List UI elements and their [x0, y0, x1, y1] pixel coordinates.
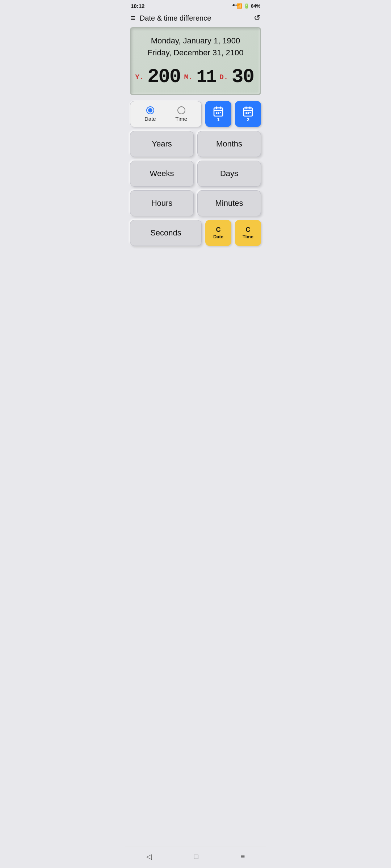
date2-display: Friday, December 31, 2100	[138, 47, 253, 59]
month-value: 11	[196, 68, 216, 86]
cal2-number: 2	[247, 117, 249, 122]
calendar1-icon	[212, 106, 225, 118]
menu-button[interactable]: ≡	[131, 13, 135, 23]
years-button[interactable]: Years	[130, 131, 194, 157]
status-right: ⁴ᴳ📶 🔋 84%	[232, 3, 260, 9]
svg-rect-17	[248, 113, 249, 114]
date-radio-circle[interactable]	[146, 106, 154, 114]
years-months-row: Years Months	[130, 131, 261, 157]
calendar2-button[interactable]: 2	[235, 101, 261, 127]
cal1-number: 1	[217, 117, 219, 122]
weeks-button[interactable]: Weeks	[130, 161, 194, 187]
time-radio[interactable]: Time	[175, 106, 187, 122]
status-bar: 10:12 ⁴ᴳ📶 🔋 84%	[125, 0, 266, 10]
clear-time-c: C	[246, 226, 251, 234]
months-button[interactable]: Months	[197, 131, 261, 157]
svg-rect-8	[218, 113, 219, 114]
year-label: Y.	[135, 73, 144, 81]
month-label: M.	[184, 73, 193, 81]
svg-rect-13	[245, 112, 247, 113]
year-value: 200	[147, 67, 180, 87]
mode-selector[interactable]: Date Time	[130, 101, 202, 127]
mode-row: Date Time 1	[130, 101, 261, 127]
day-value: 30	[232, 67, 254, 87]
time-radio-label: Time	[175, 116, 187, 122]
svg-rect-4	[216, 112, 217, 113]
display-dates: Monday, January 1, 1900 Friday, December…	[138, 35, 253, 59]
controls: Date Time 1	[125, 101, 266, 246]
days-button[interactable]: Days	[197, 161, 261, 187]
clear-date-c: C	[216, 226, 221, 234]
date-radio[interactable]: Date	[144, 106, 156, 122]
status-time: 10:12	[131, 3, 144, 9]
battery-icon: 🔋	[244, 3, 249, 9]
clear-date-label: Date	[213, 234, 223, 240]
display-panel: Monday, January 1, 1900 Friday, December…	[130, 27, 261, 95]
signal-icon: ⁴ᴳ📶	[232, 3, 242, 9]
battery-pct: 84%	[251, 3, 260, 9]
minutes-button[interactable]: Minutes	[197, 190, 261, 216]
display-values: Y. 200 M. 11 D. 30	[138, 66, 253, 88]
svg-rect-6	[220, 112, 221, 113]
svg-rect-5	[218, 112, 219, 113]
svg-rect-16	[245, 113, 247, 114]
day-label: D.	[219, 73, 228, 81]
history-button[interactable]: ↺	[254, 13, 260, 23]
seconds-clear-row: Seconds C Date C Time	[130, 220, 261, 246]
date1-display: Monday, January 1, 1900	[138, 35, 253, 47]
page-title: Date & time difference	[140, 14, 249, 22]
hours-button[interactable]: Hours	[130, 190, 194, 216]
weeks-days-row: Weeks Days	[130, 161, 261, 187]
clear-date-button[interactable]: C Date	[205, 220, 231, 246]
calendar2-icon	[241, 106, 255, 118]
svg-rect-15	[249, 112, 251, 113]
clear-time-label: Time	[243, 234, 253, 240]
date-radio-label: Date	[144, 116, 156, 122]
calendar1-button[interactable]: 1	[205, 101, 231, 127]
svg-rect-14	[248, 112, 249, 113]
top-bar: ≡ Date & time difference ↺	[125, 10, 266, 27]
clear-time-button[interactable]: C Time	[235, 220, 261, 246]
hours-minutes-row: Hours Minutes	[130, 190, 261, 216]
time-radio-circle[interactable]	[177, 106, 185, 114]
seconds-button[interactable]: Seconds	[130, 220, 202, 246]
svg-rect-7	[216, 113, 217, 114]
